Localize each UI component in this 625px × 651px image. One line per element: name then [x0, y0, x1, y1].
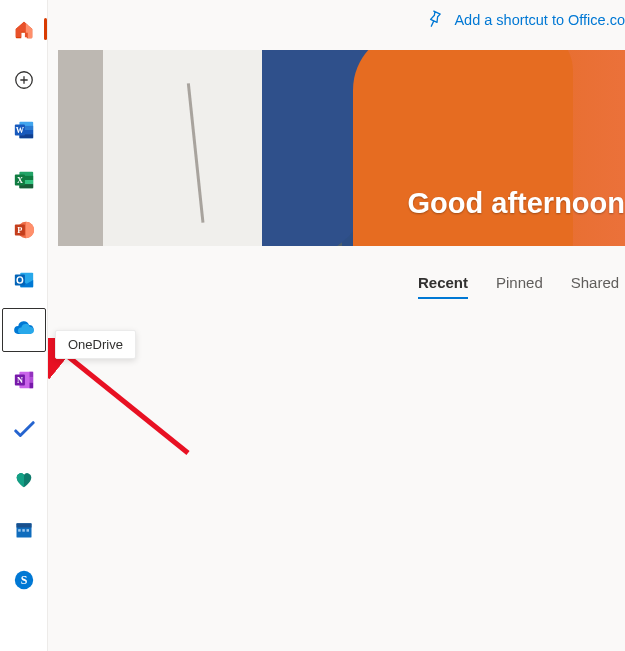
- outlook-icon: [13, 269, 35, 291]
- skype-icon: S: [13, 569, 35, 591]
- heart-icon: [13, 469, 35, 491]
- tab-recent[interactable]: Recent: [418, 274, 468, 299]
- svg-rect-29: [26, 529, 29, 532]
- onedrive-icon: [12, 318, 36, 342]
- svg-text:X: X: [16, 176, 22, 185]
- word-icon: W: [13, 119, 35, 141]
- sidebar-item-onedrive[interactable]: [2, 308, 46, 352]
- sidebar-item-excel[interactable]: X: [2, 158, 46, 202]
- welcome-banner: Good afternoon: [58, 50, 625, 246]
- document-tabs: Recent Pinned Shared: [48, 274, 625, 299]
- svg-rect-17: [14, 275, 24, 286]
- svg-text:P: P: [17, 226, 22, 235]
- sidebar-item-home[interactable]: [2, 8, 46, 52]
- greeting-text: Good afternoon: [408, 187, 625, 220]
- shortcut-bar: Add a shortcut to Office.co: [48, 0, 625, 40]
- svg-rect-21: [29, 377, 33, 383]
- calendar-icon: [14, 520, 34, 540]
- sidebar-item-powerpoint[interactable]: P: [2, 208, 46, 252]
- svg-text:N: N: [16, 376, 22, 385]
- svg-rect-26: [16, 523, 31, 527]
- svg-rect-27: [18, 529, 21, 532]
- svg-rect-20: [29, 372, 33, 378]
- plus-circle-icon: [13, 69, 35, 91]
- tab-pinned[interactable]: Pinned: [496, 274, 543, 299]
- onenote-icon: N: [13, 369, 35, 391]
- onedrive-tooltip: OneDrive: [55, 330, 136, 359]
- pin-icon: [424, 9, 444, 32]
- svg-rect-22: [29, 383, 33, 389]
- app-sidebar: W X P N: [0, 0, 48, 651]
- svg-text:W: W: [15, 126, 24, 135]
- sidebar-item-todo[interactable]: [2, 408, 46, 452]
- add-shortcut-link[interactable]: Add a shortcut to Office.co: [424, 9, 625, 32]
- active-indicator: [44, 18, 47, 40]
- sidebar-item-outlook[interactable]: [2, 258, 46, 302]
- excel-icon: X: [13, 169, 35, 191]
- svg-text:S: S: [20, 573, 27, 587]
- main-content: Add a shortcut to Office.co Good afterno…: [48, 0, 625, 651]
- sidebar-item-onenote[interactable]: N: [2, 358, 46, 402]
- add-shortcut-label: Add a shortcut to Office.co: [454, 12, 625, 28]
- powerpoint-icon: P: [13, 219, 35, 241]
- sidebar-item-word[interactable]: W: [2, 108, 46, 152]
- sidebar-item-create[interactable]: [2, 58, 46, 102]
- home-icon: [13, 19, 35, 41]
- svg-rect-28: [22, 529, 25, 532]
- todo-icon: [13, 419, 35, 441]
- sidebar-item-calendar[interactable]: [2, 508, 46, 552]
- tab-shared[interactable]: Shared: [571, 274, 619, 299]
- sidebar-item-skype[interactable]: S: [2, 558, 46, 602]
- sidebar-item-family[interactable]: [2, 458, 46, 502]
